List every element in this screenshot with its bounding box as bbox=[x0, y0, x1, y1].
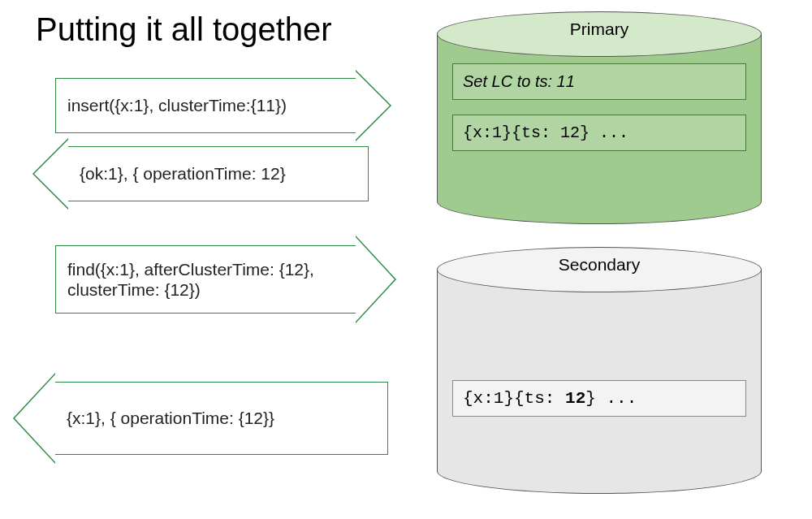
arrow-find-label: find({x:1}, afterClusterTime: {12}, clus… bbox=[55, 245, 356, 314]
arrow-insert-response-label: {ok:1}, { operationTime: 12} bbox=[68, 146, 369, 201]
arrow-find-response: {x:1}, { operationTime: {12}} bbox=[13, 382, 388, 455]
arrow-insert-response: {ok:1}, { operationTime: 12} bbox=[32, 146, 369, 201]
secondary-data-prefix: {x:1}{ts: bbox=[463, 389, 565, 408]
primary-cylinder: Primary Set LC to ts: 11 {x:1}{ts: 12} .… bbox=[437, 11, 762, 224]
secondary-data-suffix: } ... bbox=[585, 389, 637, 408]
arrow-find-response-label: {x:1}, { operationTime: {12}} bbox=[55, 382, 388, 455]
arrowhead-icon bbox=[32, 138, 68, 210]
arrowhead-icon bbox=[356, 70, 391, 141]
primary-body: Set LC to ts: 11 {x:1}{ts: 12} ... bbox=[437, 34, 762, 201]
secondary-body: {x:1}{ts: 12} ... bbox=[437, 270, 762, 471]
arrow-insert-request: insert({x:1}, clusterTime:{11}) bbox=[55, 78, 391, 133]
secondary-data-bold: 12 bbox=[565, 389, 585, 408]
primary-lc-box: Set LC to ts: 11 bbox=[452, 63, 746, 100]
primary-data-box: {x:1}{ts: 12} ... bbox=[452, 115, 746, 151]
primary-label: Primary bbox=[437, 19, 762, 39]
arrowhead-icon bbox=[356, 236, 396, 323]
arrow-insert-label: insert({x:1}, clusterTime:{11}) bbox=[55, 78, 356, 133]
secondary-label: Secondary bbox=[437, 255, 762, 275]
arrowhead-icon bbox=[13, 373, 55, 464]
secondary-data-box: {x:1}{ts: 12} ... bbox=[452, 380, 746, 417]
arrow-find-request: find({x:1}, afterClusterTime: {12}, clus… bbox=[55, 245, 396, 314]
diagram-title: Putting it all together bbox=[36, 11, 332, 48]
secondary-cylinder: Secondary {x:1}{ts: 12} ... bbox=[437, 247, 762, 494]
